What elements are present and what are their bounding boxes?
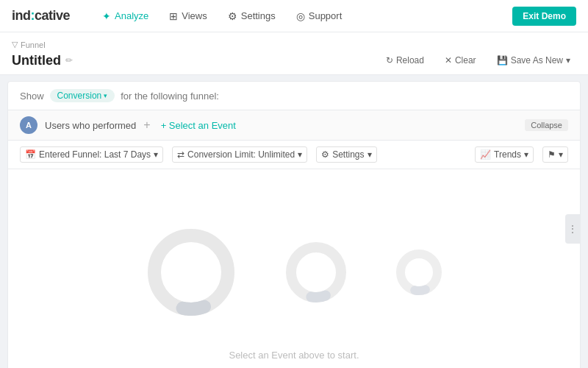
trends-chevron-icon: ▾ [524, 149, 528, 160]
settings-chevron-icon: ▾ [368, 149, 372, 160]
users-row: A Users who performed + + Select an Even… [8, 110, 580, 141]
conversion-limit-dropdown[interactable]: ⇄ Conversion Limit: Unlimited ▾ [172, 146, 307, 163]
empty-message: Select an Event above to start. [8, 350, 580, 361]
header-section: ▽ Funnel Untitled ✏ ↻ Reload ✕ Clear 💾 S… [0, 32, 588, 75]
svg-point-2 [291, 247, 341, 297]
breadcrumb: ▽ Funnel [12, 37, 576, 49]
collapse-button[interactable]: Collapse [525, 119, 568, 131]
select-event-label: + Select an Event [161, 120, 236, 131]
trends-chart-icon: 📈 [480, 149, 491, 160]
calendar-icon: 📅 [25, 149, 36, 160]
logo-accent: : [31, 8, 35, 23]
nav-item-support[interactable]: ◎ Support [287, 6, 351, 26]
trends-label: Trends [494, 149, 521, 160]
breadcrumb-label: Funnel [21, 40, 46, 49]
select-event-link[interactable]: + Select an Event [161, 120, 236, 131]
logo: ind:cative [12, 8, 70, 24]
conversion-label: Conversion [57, 91, 102, 101]
avatar: A [20, 116, 37, 134]
analyze-icon: ✦ [102, 10, 111, 22]
exit-demo-button[interactable]: Exit Demo [512, 7, 576, 26]
save-icon: 💾 [497, 55, 508, 66]
conversion-limit-label: Conversion Limit: Unlimited [187, 149, 295, 160]
conversion-limit-chevron-icon: ▾ [298, 149, 302, 160]
views-icon: ⊞ [169, 10, 178, 22]
donut-medium-svg [283, 239, 349, 305]
donut-small [393, 247, 445, 298]
nav-label-analyze: Analyze [115, 10, 148, 21]
settings-gear-icon: ⚙ [321, 149, 329, 160]
nav-right: Exit Demo [512, 7, 576, 26]
navbar: ind:cative ✦ Analyze ⊞ Views ⚙ Settings … [0, 0, 588, 32]
reload-icon: ↻ [386, 55, 393, 66]
chart-area: Select an Event above to start. [8, 169, 580, 368]
nav-label-settings: Settings [241, 10, 276, 21]
side-panel-toggle[interactable]: ⋮ [565, 214, 580, 244]
nav-label-views: Views [182, 10, 207, 21]
donut-medium [283, 239, 349, 305]
conversion-limit-icon: ⇄ [177, 149, 184, 160]
reload-button[interactable]: ↻ Reload [380, 52, 430, 68]
avatar-letter: A [26, 121, 32, 130]
show-label: Show [20, 91, 44, 102]
save-chevron-icon: ▾ [566, 55, 570, 66]
support-icon: ◎ [296, 10, 305, 22]
nav-item-analyze[interactable]: ✦ Analyze [93, 6, 157, 26]
clear-icon: ✕ [445, 55, 452, 66]
page-title-area: Untitled ✏ [12, 53, 73, 68]
nav-item-settings[interactable]: ⚙ Settings [219, 6, 284, 26]
entered-funnel-dropdown[interactable]: 📅 Entered Funnel: Last 7 Days ▾ [20, 146, 163, 163]
header-actions: ↻ Reload ✕ Clear 💾 Save As New ▾ [380, 52, 576, 68]
users-text: Users who performed [45, 120, 136, 131]
svg-point-0 [154, 236, 228, 309]
reload-label: Reload [396, 55, 424, 66]
page-header: Untitled ✏ ↻ Reload ✕ Clear 💾 Save As Ne… [12, 49, 576, 74]
flag-icon: ⚑ [548, 149, 556, 160]
nav-label-support: Support [309, 10, 343, 21]
save-as-new-button[interactable]: 💾 Save As New ▾ [491, 52, 576, 68]
entered-funnel-chevron-icon: ▾ [154, 149, 158, 160]
controls-row: 📅 Entered Funnel: Last 7 Days ▾ ⇄ Conver… [8, 141, 580, 169]
funnel-icon: ▽ [12, 40, 18, 49]
plus-icon: + [143, 118, 150, 132]
donut-small-svg [393, 247, 445, 298]
flag-button[interactable]: ⚑ ▾ [542, 146, 568, 163]
following-label: for the following funnel: [121, 91, 219, 102]
settings-dropdown[interactable]: ⚙ Settings ▾ [316, 146, 376, 163]
flag-chevron-icon: ▾ [559, 149, 563, 160]
clear-button[interactable]: ✕ Clear [439, 52, 482, 68]
donut-container [143, 224, 445, 320]
entered-funnel-label: Entered Funnel: Last 7 Days [39, 149, 151, 160]
edit-icon[interactable]: ✏ [65, 55, 73, 66]
nav-item-views[interactable]: ⊞ Views [160, 6, 215, 26]
settings-label: Settings [332, 149, 364, 160]
show-bar: Show Conversion ▾ for the following funn… [8, 82, 580, 110]
save-label: Save As New [511, 55, 563, 66]
nav-links: ✦ Analyze ⊞ Views ⚙ Settings ◎ Support [93, 6, 512, 26]
main-panel: Show Conversion ▾ for the following funn… [7, 81, 581, 368]
conversion-dropdown[interactable]: Conversion ▾ [50, 89, 115, 102]
svg-point-4 [401, 254, 437, 291]
page-title: Untitled [12, 53, 61, 68]
clear-label: Clear [455, 55, 476, 66]
settings-icon: ⚙ [228, 10, 237, 22]
conversion-chevron-icon: ▾ [104, 92, 107, 99]
trends-button[interactable]: 📈 Trends ▾ [475, 146, 534, 163]
donut-large-svg [143, 224, 239, 320]
donut-large [143, 224, 239, 320]
